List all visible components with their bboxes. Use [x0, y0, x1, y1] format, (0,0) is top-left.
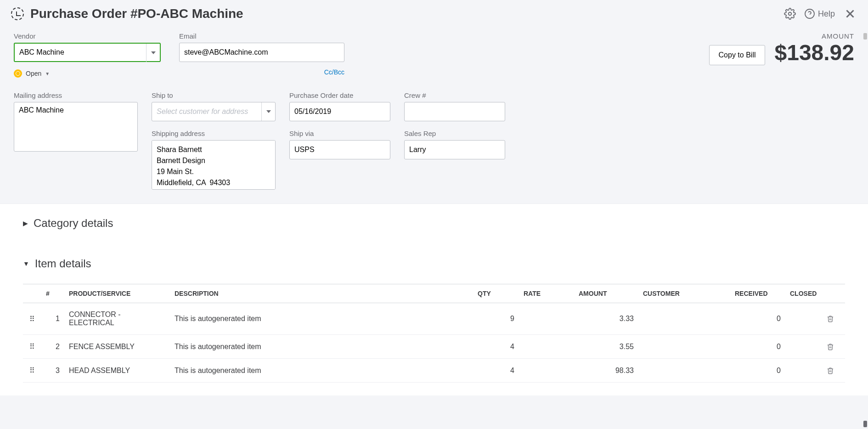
- status-row[interactable]: Open ▼: [14, 69, 161, 78]
- cell-rate[interactable]: [519, 335, 574, 359]
- vendor-select[interactable]: [14, 43, 161, 62]
- email-label: Email: [179, 32, 344, 40]
- cell-product[interactable]: HEAD ASSEMBLY: [64, 359, 170, 383]
- page-title: Purchase Order #PO-ABC Machine: [30, 6, 243, 21]
- cell-amount[interactable]: 3.55: [574, 335, 638, 359]
- cell-description[interactable]: This is autogenerated item: [170, 359, 473, 383]
- scrollbar-thumb[interactable]: [863, 33, 867, 40]
- email-field: Email Cc/Bcc: [179, 32, 344, 78]
- cell-product[interactable]: FENCE ASSEMBLY: [64, 335, 170, 359]
- cell-customer[interactable]: [638, 335, 730, 359]
- scrollbar-thumb[interactable]: [863, 421, 867, 427]
- drag-handle-icon[interactable]: ⠿: [23, 335, 41, 359]
- col-qty: QTY: [473, 284, 519, 303]
- copy-to-bill-button[interactable]: Copy to Bill: [709, 45, 766, 65]
- cell-product[interactable]: CONNECTOR - ELECTRICAL: [64, 303, 170, 335]
- crew-input[interactable]: [404, 102, 505, 121]
- close-button[interactable]: [843, 7, 857, 21]
- form-details: Mailing address Ship to Select customer …: [0, 91, 868, 203]
- col-amount: AMOUNT: [574, 284, 638, 303]
- vendor-input[interactable]: [19, 48, 155, 56]
- history-icon[interactable]: [11, 7, 24, 20]
- podate-input[interactable]: [289, 102, 390, 121]
- vendor-field: Vendor Open ▼: [14, 32, 161, 78]
- table-row[interactable]: ⠿ 3 HEAD ASSEMBLY This is autogenerated …: [23, 359, 845, 383]
- shipto-dropdown-arrow[interactable]: [261, 102, 275, 121]
- amount-block: AMOUNT $138.92: [774, 32, 854, 65]
- shipping-label: Shipping address: [152, 130, 276, 137]
- form-right: Copy to Bill AMOUNT $138.92: [709, 32, 854, 65]
- trash-icon: [827, 343, 834, 351]
- cell-qty[interactable]: 4: [473, 359, 519, 383]
- shipto-select[interactable]: Select customer for address: [152, 102, 276, 121]
- delete-row-button[interactable]: [822, 303, 845, 335]
- drag-handle-icon[interactable]: ⠿: [23, 303, 41, 335]
- trash-icon: [827, 367, 834, 375]
- cell-rate[interactable]: [519, 303, 574, 335]
- form-upper: Vendor Open ▼ Email Cc/Bcc Copy to Bill …: [0, 28, 868, 91]
- status-text: Open: [26, 70, 41, 77]
- shipping-address-input[interactable]: [152, 140, 276, 190]
- mailing-label: Mailing address: [14, 91, 138, 99]
- svg-point-1: [805, 9, 814, 18]
- cell-rate[interactable]: [519, 359, 574, 383]
- col-customer: CUSTOMER: [638, 284, 730, 303]
- items-section-title: Item details: [35, 257, 91, 270]
- cell-customer[interactable]: [638, 303, 730, 335]
- cell-customer[interactable]: [638, 359, 730, 383]
- cell-description[interactable]: This is autogenerated item: [170, 335, 473, 359]
- cell-num: 1: [41, 303, 64, 335]
- item-table: # PRODUCT/SERVICE DESCRIPTION QTY RATE A…: [23, 284, 845, 383]
- header: Purchase Order #PO-ABC Machine Help: [0, 0, 868, 28]
- cell-closed[interactable]: [785, 303, 822, 335]
- chevron-down-icon: ▼: [45, 71, 50, 76]
- gear-icon: [784, 8, 796, 20]
- amount-label: AMOUNT: [774, 32, 854, 40]
- table-row[interactable]: ⠿ 2 FENCE ASSEMBLY This is autogenerated…: [23, 335, 845, 359]
- drag-handle-icon[interactable]: ⠿: [23, 359, 41, 383]
- form-left: Vendor Open ▼ Email Cc/Bcc: [14, 32, 344, 78]
- salesrep-input[interactable]: [404, 140, 505, 159]
- items-section-header[interactable]: ▼ Item details: [23, 257, 845, 270]
- col-closed: CLOSED: [785, 284, 822, 303]
- cell-amount[interactable]: 3.33: [574, 303, 638, 335]
- col-rate: RATE: [519, 284, 574, 303]
- vendor-dropdown-arrow[interactable]: [146, 44, 160, 62]
- mailing-address-input[interactable]: [14, 102, 138, 152]
- table-row[interactable]: ⠿ 1 CONNECTOR - ELECTRICAL This is autog…: [23, 303, 845, 335]
- cell-closed[interactable]: [785, 359, 822, 383]
- chevron-down-icon: [266, 110, 271, 113]
- cell-qty[interactable]: 4: [473, 335, 519, 359]
- white-section: ▶ Category details ▼ Item details # PROD…: [0, 203, 868, 395]
- delete-row-button[interactable]: [822, 335, 845, 359]
- shipvia-field: Ship via: [289, 130, 390, 159]
- shipvia-input[interactable]: [289, 140, 390, 159]
- shipto-column: Ship to Select customer for address Ship…: [152, 91, 276, 190]
- col-description: DESCRIPTION: [170, 284, 473, 303]
- shipping-field: Shipping address: [152, 130, 276, 190]
- help-label: Help: [818, 9, 835, 19]
- trash-icon: [827, 315, 834, 323]
- podate-label: Purchase Order date: [289, 91, 390, 99]
- cell-received[interactable]: 0: [730, 303, 785, 335]
- ccbcc-link[interactable]: Cc/Bcc: [179, 68, 344, 76]
- email-input[interactable]: [179, 43, 344, 62]
- help-button[interactable]: Help: [804, 8, 835, 19]
- vendor-label: Vendor: [14, 32, 161, 40]
- col-received: RECEIVED: [730, 284, 785, 303]
- chevron-down-icon: [151, 51, 156, 54]
- cell-received[interactable]: 0: [730, 335, 785, 359]
- delete-row-button[interactable]: [822, 359, 845, 383]
- shipvia-label: Ship via: [289, 130, 390, 137]
- amount-value: $138.92: [774, 40, 854, 65]
- crew-label: Crew #: [404, 91, 505, 99]
- settings-button[interactable]: [784, 8, 796, 20]
- cell-received[interactable]: 0: [730, 359, 785, 383]
- col-product: PRODUCT/SERVICE: [64, 284, 170, 303]
- category-section-header[interactable]: ▶ Category details: [23, 217, 845, 230]
- cell-qty[interactable]: 9: [473, 303, 519, 335]
- crew-column: Crew # Sales Rep: [404, 91, 505, 159]
- cell-amount[interactable]: 98.33: [574, 359, 638, 383]
- cell-closed[interactable]: [785, 335, 822, 359]
- cell-description[interactable]: This is autogenerated item: [170, 303, 473, 335]
